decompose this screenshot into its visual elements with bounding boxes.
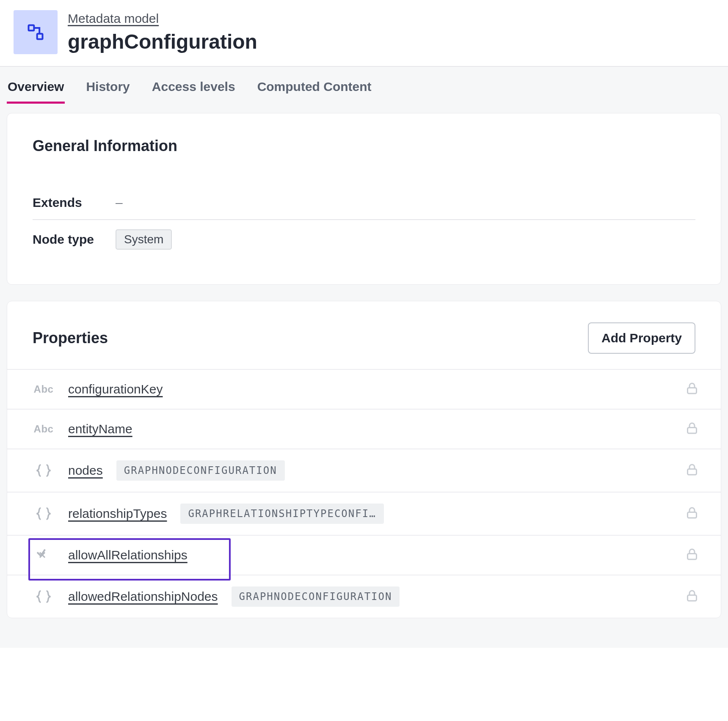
property-link[interactable]: relationshipTypes xyxy=(68,506,167,521)
tab-computed-content[interactable]: Computed Content xyxy=(256,75,372,104)
property-link[interactable]: entityName xyxy=(68,422,132,436)
lock-icon xyxy=(684,381,700,398)
property-link[interactable]: allowedRelationshipNodes xyxy=(68,589,218,604)
object-type-icon xyxy=(33,462,55,479)
property-row[interactable]: allowedRelationshipNodes GRAPHNODECONFIG… xyxy=(7,575,721,618)
svg-rect-7 xyxy=(688,595,697,601)
property-row[interactable]: Abc configurationKey xyxy=(7,369,721,409)
extends-row: Extends – xyxy=(33,186,695,219)
tab-overview[interactable]: Overview xyxy=(7,75,65,104)
property-row[interactable]: relationshipTypes GRAPHRELATIONSHIPTYPEC… xyxy=(7,492,721,535)
type-badge: GRAPHRELATIONSHIPTYPECONFI… xyxy=(180,504,383,524)
property-row[interactable]: Abc entityName xyxy=(7,409,721,449)
page-header: Metadata model graphConfiguration xyxy=(0,0,728,67)
property-list: Abc configurationKey Abc entityName xyxy=(7,369,721,618)
type-badge: GRAPHNODECONFIGURATION xyxy=(116,460,285,481)
property-link[interactable]: configurationKey xyxy=(68,382,163,396)
nodetype-row: Node type System xyxy=(33,219,695,259)
svg-rect-0 xyxy=(29,25,34,31)
object-type-icon xyxy=(33,505,55,522)
lock-icon xyxy=(684,462,700,479)
add-property-button[interactable]: Add Property xyxy=(588,322,695,354)
svg-rect-6 xyxy=(688,554,697,560)
property-link[interactable]: allowAllRelationships xyxy=(68,548,188,562)
svg-rect-5 xyxy=(688,512,697,518)
extends-label: Extends xyxy=(33,195,100,210)
lock-icon xyxy=(684,421,700,438)
page-title: graphConfiguration xyxy=(68,30,257,53)
text-type-icon: Abc xyxy=(33,423,55,435)
boolean-type-icon xyxy=(33,547,55,564)
lock-icon xyxy=(684,547,700,564)
lock-icon xyxy=(684,505,700,522)
extends-value: – xyxy=(116,195,123,210)
tab-bar: Overview History Access levels Computed … xyxy=(0,67,728,104)
properties-section-title: Properties xyxy=(33,329,108,347)
header-text: Metadata model graphConfiguration xyxy=(68,11,257,53)
svg-rect-2 xyxy=(688,388,697,394)
nodetype-chip: System xyxy=(116,229,172,250)
tab-access-levels[interactable]: Access levels xyxy=(151,75,236,104)
svg-rect-1 xyxy=(37,34,43,39)
svg-rect-4 xyxy=(688,469,697,475)
general-info-card: General Information Extends – Node type … xyxy=(7,113,721,285)
nodetype-label: Node type xyxy=(33,232,100,247)
tab-history[interactable]: History xyxy=(85,75,130,104)
general-section-title: General Information xyxy=(33,137,695,155)
property-row[interactable]: nodes GRAPHNODECONFIGURATION xyxy=(7,449,721,492)
svg-rect-3 xyxy=(688,428,697,434)
body-area: General Information Extends – Node type … xyxy=(0,104,728,648)
object-type-icon xyxy=(33,588,55,605)
model-icon xyxy=(14,10,58,54)
properties-card: Properties Add Property Abc configuratio… xyxy=(7,301,721,618)
lock-icon xyxy=(684,588,700,605)
property-link[interactable]: nodes xyxy=(68,463,103,478)
text-type-icon: Abc xyxy=(33,383,55,395)
type-badge: GRAPHNODECONFIGURATION xyxy=(232,586,400,607)
property-row-highlighted[interactable]: allowAllRelationships xyxy=(7,535,721,575)
breadcrumb-link[interactable]: Metadata model xyxy=(68,11,257,26)
